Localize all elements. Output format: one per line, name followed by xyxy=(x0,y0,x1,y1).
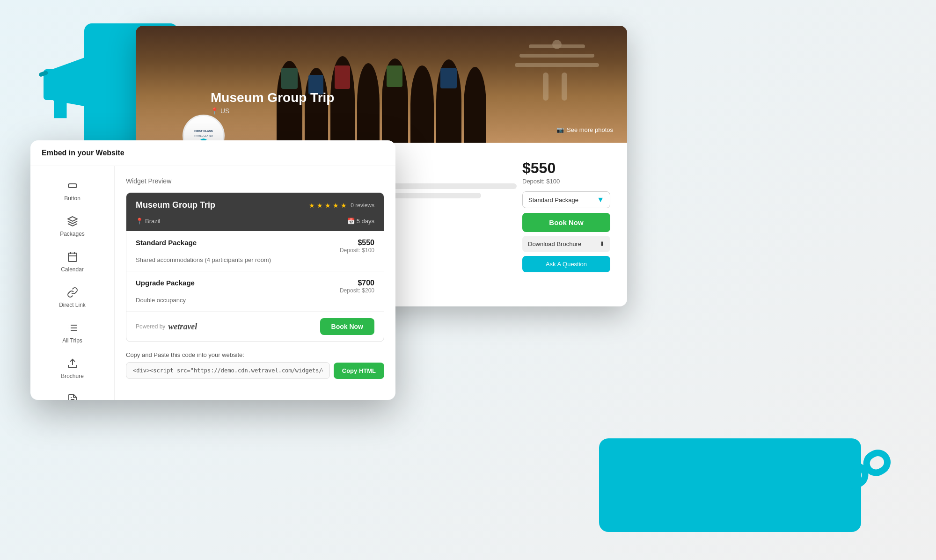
sidebar-brochure-label: Brochure xyxy=(61,373,84,379)
svg-rect-3 xyxy=(515,63,599,67)
skeleton-exhibit xyxy=(505,35,608,105)
code-section: Copy and Paste this code into your websi… xyxy=(126,351,384,379)
sidebar-packages-label: Packages xyxy=(60,231,85,237)
modal-title: Embed in your Website xyxy=(42,149,124,157)
upgrade-package-name: Upgrade Package xyxy=(136,279,195,287)
widget-stars: ★ ★ ★ ★ ★ 0 reviews xyxy=(309,202,374,209)
download-icon: ⬇ xyxy=(600,240,605,247)
see-more-photos[interactable]: 📷 See more photos xyxy=(556,126,613,133)
sidebar-item-contact-form[interactable]: Contact Form xyxy=(34,387,110,400)
standard-package-name: Standard Package xyxy=(136,239,197,247)
svg-rect-12 xyxy=(863,450,891,476)
sidebar-item-button[interactable]: Button xyxy=(34,174,110,207)
sidebar-item-calendar[interactable]: Calendar xyxy=(34,245,110,278)
widget-preview-label: Widget Preview xyxy=(126,177,384,185)
price-display: $550 xyxy=(522,160,610,177)
download-brochure-button[interactable]: Download Brochure ⬇ xyxy=(522,236,610,252)
person-4 xyxy=(357,63,380,143)
form-icon xyxy=(66,393,79,400)
widget-location: 📍 Brazil xyxy=(136,218,161,225)
modal-content-area: Widget Preview Museum Group Trip ★ ★ ★ ★… xyxy=(115,166,395,400)
standard-deposit: Deposit: $100 xyxy=(340,247,374,254)
modal-header: Embed in your Website xyxy=(30,140,395,166)
main-scene: Museum Group Trip 📍 US 📷 See more photos… xyxy=(0,0,936,560)
person-8 xyxy=(464,67,486,143)
location-pin-icon: 📍 xyxy=(136,218,143,225)
sidebar-button-label: Button xyxy=(64,195,80,202)
package-select[interactable]: Standard Package ▼ xyxy=(522,191,610,208)
person-6 xyxy=(410,65,434,143)
book-now-button[interactable]: Book Now xyxy=(522,213,610,232)
standard-desc: Shared accommodations (4 participants pe… xyxy=(136,256,374,263)
svg-rect-4 xyxy=(519,54,594,58)
hero-overlay: Museum Group Trip 📍 US xyxy=(211,90,334,115)
backpack-1 xyxy=(281,68,298,89)
upgrade-package-pricing: $700 Deposit: $200 xyxy=(340,279,374,294)
backpack-7 xyxy=(440,68,457,88)
svg-rect-14 xyxy=(68,253,77,262)
upgrade-deposit: Deposit: $200 xyxy=(340,287,374,294)
deposit-display: Deposit: $100 xyxy=(522,178,610,185)
widget-book-now-button[interactable]: Book Now xyxy=(320,318,374,335)
powered-by: Powered by wetravel xyxy=(136,322,197,332)
svg-text:TRAVEL CENTER: TRAVEL CENTER xyxy=(194,134,213,137)
speech-bubble xyxy=(599,438,861,532)
link-icon xyxy=(66,286,79,299)
sidebar-item-brochure[interactable]: Brochure xyxy=(34,351,110,385)
embed-modal: Embed in your Website Button xyxy=(30,140,395,400)
modal-sidebar: Button Packages xyxy=(30,166,115,400)
calendar-icon xyxy=(66,250,79,263)
backpack-5 xyxy=(387,65,402,87)
sidebar-item-direct-link[interactable]: Direct Link xyxy=(34,280,110,314)
ask-question-button[interactable]: Ask A Question xyxy=(522,256,610,272)
star-4: ★ xyxy=(333,202,339,209)
right-panel: $550 Deposit: $100 Standard Package ▼ Bo… xyxy=(515,152,618,280)
widget-footer: Powered by wetravel Book Now xyxy=(126,312,384,342)
reviews-count: 0 reviews xyxy=(351,202,374,209)
code-input-row: Copy HTML xyxy=(126,362,384,379)
widget-card: Museum Group Trip ★ ★ ★ ★ ★ 0 reviews xyxy=(126,192,384,342)
list-icon xyxy=(66,321,79,335)
copy-html-button[interactable]: Copy HTML xyxy=(334,363,384,379)
button-icon xyxy=(66,179,79,192)
code-section-label: Copy and Paste this code into your websi… xyxy=(126,351,384,358)
svg-rect-8 xyxy=(552,40,562,49)
widget-card-subheader: 📍 Brazil 📅 5 days xyxy=(126,218,384,231)
hero-section: Museum Group Trip 📍 US 📷 See more photos… xyxy=(136,26,627,143)
widget-trip-name: Museum Group Trip xyxy=(136,200,215,210)
hero-location: 📍 US xyxy=(211,107,334,115)
sidebar-all-trips-label: All Trips xyxy=(62,337,82,344)
svg-rect-6 xyxy=(543,73,548,101)
modal-body: Button Packages xyxy=(30,166,395,400)
upgrade-desc: Double occupancy xyxy=(136,297,374,304)
star-2: ★ xyxy=(317,202,323,209)
star-5: ★ xyxy=(341,202,347,209)
standard-price: $550 xyxy=(340,239,374,247)
svg-text:FIRST CLASS: FIRST CLASS xyxy=(194,130,212,132)
sidebar-direct-link-label: Direct Link xyxy=(59,302,86,308)
brochure-icon xyxy=(66,357,79,370)
sidebar-item-packages[interactable]: Packages xyxy=(34,209,110,243)
package-row-header-standard: Standard Package $550 Deposit: $100 xyxy=(136,239,374,254)
svg-rect-7 xyxy=(562,73,567,101)
package-row-upgrade: Upgrade Package $700 Deposit: $200 Doubl… xyxy=(126,271,384,312)
wetravel-logo: wetravel xyxy=(168,322,197,332)
sidebar-item-all-trips[interactable]: All Trips xyxy=(34,316,110,349)
widget-duration: 📅 5 days xyxy=(347,218,374,225)
package-row-standard: Standard Package $550 Deposit: $100 Shar… xyxy=(126,231,384,271)
calendar-sm-icon: 📅 xyxy=(347,218,355,225)
camera-icon: 📷 xyxy=(556,126,564,133)
location-icon: 📍 xyxy=(211,107,219,115)
code-input-field[interactable] xyxy=(126,362,330,379)
star-3: ★ xyxy=(325,202,331,209)
chevron-down-icon: ▼ xyxy=(597,196,604,204)
package-row-header-upgrade: Upgrade Package $700 Deposit: $200 xyxy=(136,279,374,294)
widget-card-header: Museum Group Trip ★ ★ ★ ★ ★ 0 reviews xyxy=(126,193,384,218)
sidebar-calendar-label: Calendar xyxy=(61,266,84,273)
backpack-3 xyxy=(335,65,350,89)
star-1: ★ xyxy=(309,202,315,209)
person-5 xyxy=(382,58,408,143)
chain-link-icon xyxy=(833,436,899,504)
hero-title: Museum Group Trip xyxy=(211,90,334,105)
upgrade-price: $700 xyxy=(340,279,374,287)
